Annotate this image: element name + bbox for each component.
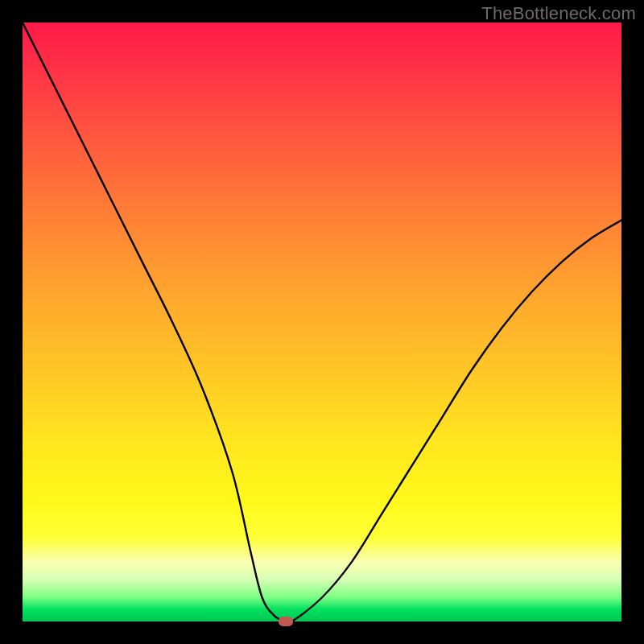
watermark-text: TheBottleneck.com [481,3,636,24]
plot-area [23,23,621,621]
optimal-point-marker [279,617,293,626]
chart-frame: TheBottleneck.com [0,0,644,644]
bottleneck-curve [23,23,621,621]
